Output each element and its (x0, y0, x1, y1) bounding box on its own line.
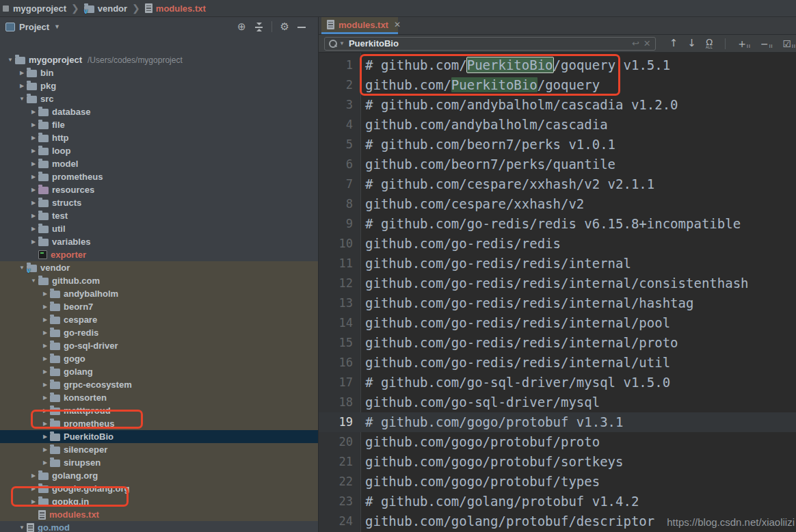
chevron-collapsed-icon[interactable]: ▶ (29, 122, 38, 128)
tree-item-go-redis[interactable]: ▶go-redis (0, 326, 318, 339)
chevron-collapsed-icon[interactable]: ▶ (40, 460, 50, 466)
tree-item-test[interactable]: ▶test (0, 209, 318, 222)
code-line-7[interactable]: 7# github.com/cespare/xxhash/v2 v2.1.1 (319, 174, 796, 194)
search-options-chevron-icon[interactable]: ▼ (339, 40, 345, 46)
remove-selection-icon[interactable]: −II (760, 39, 773, 49)
chevron-collapsed-icon[interactable]: ▶ (40, 356, 50, 362)
chevron-collapsed-icon[interactable]: ▶ (29, 161, 38, 167)
breadcrumb-item-vendor[interactable]: v vendor (84, 3, 127, 14)
chevron-collapsed-icon[interactable]: ▶ (40, 330, 50, 336)
chevron-collapsed-icon[interactable]: ▶ (40, 421, 50, 427)
code-line-1[interactable]: 1# github.com/PuerkitoBio/goquery v1.5.1 (319, 55, 796, 75)
tree-item-sirupsen[interactable]: ▶sirupsen (0, 456, 318, 469)
search-input[interactable]: ▼ PuerkitoBio ↩ ✕ (324, 37, 656, 51)
code-line-22[interactable]: 22github.com/gogo/protobuf/types (319, 472, 796, 492)
tree-item-prometheus[interactable]: ▶prometheus (0, 417, 318, 430)
code-line-6[interactable]: 6github.com/beorn7/perks/quantile (319, 155, 796, 174)
tree-item-golang.org[interactable]: ▶golang.org (0, 469, 318, 482)
code-editor[interactable]: 1# github.com/PuerkitoBio/goquery v1.5.1… (319, 53, 796, 532)
tree-item-exporter[interactable]: exporter (0, 248, 318, 261)
tree-item-konsorten[interactable]: ▶konsorten (0, 391, 318, 404)
tree-item-cespare[interactable]: ▶cespare (0, 313, 318, 326)
chevron-collapsed-icon[interactable]: ▶ (29, 187, 38, 193)
locate-file-icon[interactable]: ⊕ (237, 22, 246, 32)
tree-item-grpc-ecosystem[interactable]: ▶grpc-ecosystem (0, 378, 318, 391)
chevron-collapsed-icon[interactable]: ▶ (40, 382, 50, 388)
close-icon[interactable]: ✕ (394, 20, 401, 29)
add-selection-icon[interactable]: +II (738, 39, 751, 49)
tree-item-bin[interactable]: ▶bin (0, 66, 318, 79)
search-query-text[interactable]: PuerkitoBio (349, 38, 628, 49)
tree-item-http[interactable]: ▶http (0, 131, 318, 144)
code-line-19[interactable]: 19# github.com/gogo/protobuf v1.3.1 (319, 412, 796, 432)
chevron-expanded-icon[interactable]: ▼ (17, 524, 27, 531)
chevron-collapsed-icon[interactable]: ▶ (29, 498, 38, 505)
tree-item-loop[interactable]: ▶loop (0, 144, 318, 157)
tree-item-silenceper[interactable]: ▶silenceper (0, 443, 318, 456)
chevron-collapsed-icon[interactable]: ▶ (40, 291, 50, 297)
chevron-collapsed-icon[interactable]: ▶ (29, 135, 38, 141)
tree-item-golang[interactable]: ▶golang (0, 365, 318, 378)
tree-item-github.com[interactable]: ▼github.com (0, 274, 318, 287)
code-line-18[interactable]: 18github.com/go-sql-driver/mysql (319, 393, 796, 412)
code-line-8[interactable]: 8github.com/cespare/xxhash/v2 (319, 194, 796, 214)
code-line-3[interactable]: 3# github.com/andybalholm/cascadia v1.2.… (319, 95, 796, 115)
code-line-13[interactable]: 13github.com/go-redis/redis/internal/has… (319, 293, 796, 313)
tree-item-src[interactable]: ▼src (0, 92, 318, 105)
chevron-collapsed-icon[interactable]: ▶ (29, 486, 38, 492)
tree-item-go.mod[interactable]: ▼go.mod (0, 521, 318, 532)
chevron-collapsed-icon[interactable]: ▶ (29, 226, 38, 232)
tree-item-vendor[interactable]: ▼vvendor (0, 261, 318, 274)
chevron-expanded-icon[interactable]: ▼ (5, 57, 15, 63)
chevron-collapsed-icon[interactable]: ▶ (29, 213, 38, 219)
code-line-14[interactable]: 14github.com/go-redis/redis/internal/poo… (319, 313, 796, 333)
chevron-collapsed-icon[interactable]: ▶ (17, 83, 27, 89)
chevron-collapsed-icon[interactable]: ▶ (40, 395, 50, 401)
code-line-20[interactable]: 20github.com/gogo/protobuf/proto (319, 432, 796, 452)
code-line-2[interactable]: 2github.com/PuerkitoBio/goquery (319, 75, 796, 95)
chevron-expanded-icon[interactable]: ▼ (29, 278, 38, 284)
code-line-11[interactable]: 11github.com/go-redis/redis/internal (319, 254, 796, 274)
chevron-collapsed-icon[interactable]: ▶ (40, 343, 50, 349)
tree-item-database[interactable]: ▶database (0, 105, 318, 118)
tree-item-variables[interactable]: ▶variables (0, 235, 318, 248)
tree-item-gopkg.in[interactable]: ▶gopkg.in (0, 495, 318, 508)
code-line-10[interactable]: 10github.com/go-redis/redis (319, 234, 796, 254)
tree-item-google.golang.org[interactable]: ▶google.golang.org (0, 482, 318, 495)
clear-search-icon[interactable]: ✕ (644, 38, 651, 49)
code-line-21[interactable]: 21github.com/gogo/protobuf/sortkeys (319, 452, 796, 472)
breadcrumb-item-file[interactable]: modules.txt (145, 3, 206, 14)
code-line-4[interactable]: 4github.com/andybalholm/cascadia (319, 115, 796, 135)
chevron-collapsed-icon[interactable]: ▶ (40, 447, 50, 453)
chevron-collapsed-icon[interactable]: ▶ (40, 408, 50, 414)
chevron-down-icon[interactable]: ▼ (54, 23, 60, 30)
code-line-23[interactable]: 23# github.com/golang/protobuf v1.4.2 (319, 492, 796, 511)
chevron-collapsed-icon[interactable]: ▶ (29, 473, 38, 479)
tree-item-prometheus[interactable]: ▶prometheus (0, 170, 318, 183)
tree-item-beorn7[interactable]: ▶beorn7 (0, 300, 318, 313)
tree-item-util[interactable]: ▶util (0, 222, 318, 235)
tree-item-model[interactable]: ▶model (0, 157, 318, 170)
chevron-collapsed-icon[interactable]: ▶ (29, 174, 38, 180)
tree-item-matttproud[interactable]: ▶matttproud (0, 404, 318, 417)
code-line-16[interactable]: 16github.com/go-redis/redis/internal/uti… (319, 353, 796, 373)
chevron-collapsed-icon[interactable]: ▶ (40, 317, 50, 323)
tree-item-go-sql-driver[interactable]: ▶go-sql-driver (0, 339, 318, 352)
chevron-collapsed-icon[interactable]: ▶ (17, 70, 27, 76)
collapse-all-icon[interactable] (254, 23, 263, 31)
chevron-collapsed-icon[interactable]: ▶ (40, 434, 50, 440)
previous-occurrence-icon[interactable]: ↑ (669, 38, 678, 49)
chevron-expanded-icon[interactable]: ▼ (17, 96, 27, 102)
tree-item-gogo[interactable]: ▶gogo (0, 352, 318, 365)
tree-item-structs[interactable]: ▶structs (0, 196, 318, 209)
settings-gear-icon[interactable]: ⚙ (280, 22, 289, 32)
tree-item-andybalholm[interactable]: ▶andybalholm (0, 287, 318, 300)
tree-item-resources[interactable]: ▶resources (0, 183, 318, 196)
code-line-17[interactable]: 17# github.com/go-sql-driver/mysql v1.5.… (319, 373, 796, 393)
tab-modules-txt[interactable]: modules.txt ✕ (321, 17, 398, 34)
chevron-collapsed-icon[interactable]: ▶ (40, 304, 50, 310)
tree-item-mygoproject[interactable]: ▼mygoproject/Users/codes/mygoproject (0, 53, 318, 66)
code-line-12[interactable]: 12github.com/go-redis/redis/internal/con… (319, 274, 796, 293)
breadcrumb-item-project[interactable]: mygoproject (13, 3, 66, 14)
search-history-icon[interactable]: ↩ (632, 38, 639, 49)
